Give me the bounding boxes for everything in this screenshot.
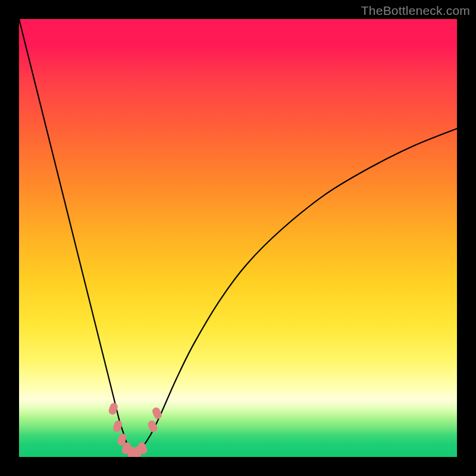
chart-plot-area xyxy=(19,19,457,457)
chart-markers xyxy=(108,402,163,457)
chart-curve-svg xyxy=(19,19,457,457)
watermark-text: TheBottleneck.com xyxy=(361,4,470,18)
chart-frame: TheBottleneck.com xyxy=(0,0,476,476)
curve-marker xyxy=(112,419,123,433)
curve-marker xyxy=(151,406,163,420)
bottleneck-curve xyxy=(19,19,457,453)
